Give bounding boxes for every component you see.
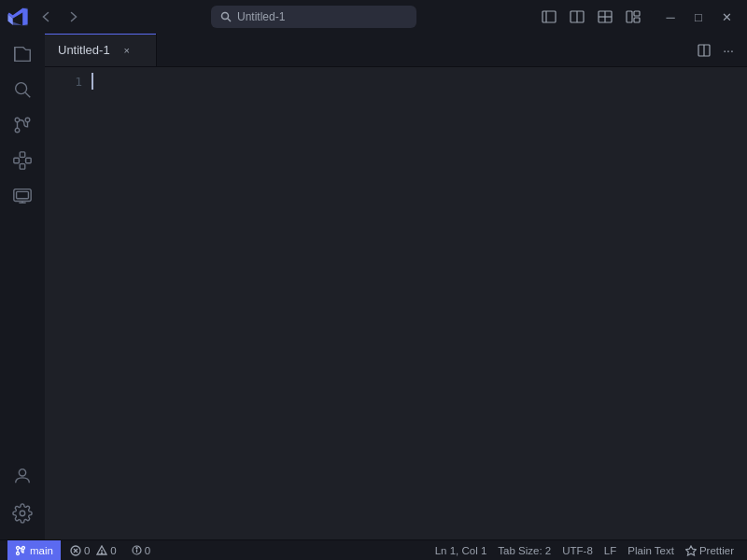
sidebar-item-account[interactable] xyxy=(6,459,39,493)
cursor-line xyxy=(92,73,747,90)
svg-point-44 xyxy=(136,547,137,548)
workspace: Untitled-1 × ··· 1 xyxy=(0,34,747,539)
language-item[interactable]: Plain Text xyxy=(622,540,680,561)
layout-split-button[interactable] xyxy=(564,7,590,27)
line-number-1: 1 xyxy=(45,73,82,91)
language: Plain Text xyxy=(627,545,674,556)
tab-label: Untitled-1 xyxy=(58,43,110,57)
svg-rect-2 xyxy=(543,11,556,22)
tab-untitled-1[interactable]: Untitled-1 × xyxy=(45,34,157,66)
minimize-button[interactable]: ─ xyxy=(657,7,684,27)
tab-size: Tab Size: 2 xyxy=(498,545,551,556)
app-logo xyxy=(7,7,28,27)
editor-content[interactable] xyxy=(92,67,747,539)
eol: LF xyxy=(604,545,616,556)
svg-point-33 xyxy=(17,546,20,549)
svg-rect-11 xyxy=(634,18,640,22)
formatter: Prettier xyxy=(699,545,734,556)
tab-size-item[interactable]: Tab Size: 2 xyxy=(492,540,557,561)
svg-rect-18 xyxy=(20,152,25,158)
svg-point-29 xyxy=(19,469,25,476)
svg-point-30 xyxy=(20,511,25,516)
more-actions-button[interactable]: ··· xyxy=(717,39,740,62)
sidebar-item-settings[interactable] xyxy=(6,497,39,530)
nav-buttons xyxy=(35,6,84,28)
svg-line-13 xyxy=(25,92,30,97)
close-button[interactable]: ✕ xyxy=(713,7,740,27)
line-numbers: 1 xyxy=(45,67,92,539)
tab-actions: ··· xyxy=(693,39,747,62)
sidebar-item-source-control[interactable] xyxy=(6,108,39,142)
info-count: 0 xyxy=(145,545,150,556)
svg-point-41 xyxy=(102,553,103,553)
warning-count: 0 xyxy=(110,545,116,556)
sidebar-item-remote[interactable] xyxy=(6,179,39,213)
back-button[interactable] xyxy=(35,6,58,28)
search-text: Untitled-1 xyxy=(237,10,285,23)
tab-close-button[interactable]: × xyxy=(120,43,134,58)
search-box[interactable]: Untitled-1 xyxy=(211,6,416,28)
svg-rect-28 xyxy=(17,191,29,198)
split-editor-button[interactable] xyxy=(693,39,715,62)
encoding: UTF-8 xyxy=(562,545,593,556)
git-branch-item[interactable]: main xyxy=(7,540,61,561)
maximize-button[interactable]: □ xyxy=(685,7,712,27)
svg-rect-20 xyxy=(26,158,31,163)
svg-rect-17 xyxy=(14,158,20,163)
svg-line-1 xyxy=(228,19,231,21)
branch-name: main xyxy=(30,545,53,556)
layout-grid-button[interactable] xyxy=(592,7,618,27)
status-left: main 0 0 0 xyxy=(7,540,156,561)
tab-bar: Untitled-1 × ··· xyxy=(45,34,747,67)
layout-custom-button[interactable] xyxy=(620,7,646,27)
svg-point-35 xyxy=(22,546,25,549)
svg-point-14 xyxy=(15,118,20,122)
editor-area: Untitled-1 × ··· 1 xyxy=(45,34,747,539)
encoding-item[interactable]: UTF-8 xyxy=(557,540,599,561)
svg-point-34 xyxy=(17,552,20,554)
svg-point-16 xyxy=(25,118,30,122)
sidebar-item-search[interactable] xyxy=(6,73,39,106)
errors-item[interactable]: 0 0 xyxy=(64,540,122,561)
title-search[interactable]: Untitled-1 xyxy=(92,6,536,28)
cursor-position: Ln 1, Col 1 xyxy=(435,545,487,556)
status-right: Ln 1, Col 1 Tab Size: 2 UTF-8 LF Plain T… xyxy=(430,540,740,561)
svg-rect-19 xyxy=(20,164,25,170)
svg-point-15 xyxy=(15,128,20,133)
activity-bar xyxy=(0,34,45,539)
sidebar-item-explorer[interactable] xyxy=(6,37,39,71)
sidebar-item-extensions[interactable] xyxy=(6,144,39,177)
editor-cursor xyxy=(92,73,93,90)
formatter-item[interactable]: Prettier xyxy=(680,540,740,561)
forward-button[interactable] xyxy=(62,6,84,28)
svg-point-12 xyxy=(16,83,27,94)
layout-sidebar-button[interactable] xyxy=(536,7,562,27)
eol-item[interactable]: LF xyxy=(599,540,622,561)
svg-rect-10 xyxy=(634,11,640,16)
window-actions: ─ □ ✕ xyxy=(536,7,740,27)
status-bar: main 0 0 0 xyxy=(0,539,747,560)
cursor-position-item[interactable]: Ln 1, Col 1 xyxy=(430,540,493,561)
editor[interactable]: 1 xyxy=(45,67,747,539)
info-item[interactable]: 0 xyxy=(126,540,156,561)
title-bar: Untitled-1 xyxy=(0,0,747,34)
activity-bar-bottom xyxy=(6,459,39,539)
svg-point-0 xyxy=(222,13,229,20)
svg-rect-9 xyxy=(627,11,632,22)
error-count: 0 xyxy=(84,545,90,556)
